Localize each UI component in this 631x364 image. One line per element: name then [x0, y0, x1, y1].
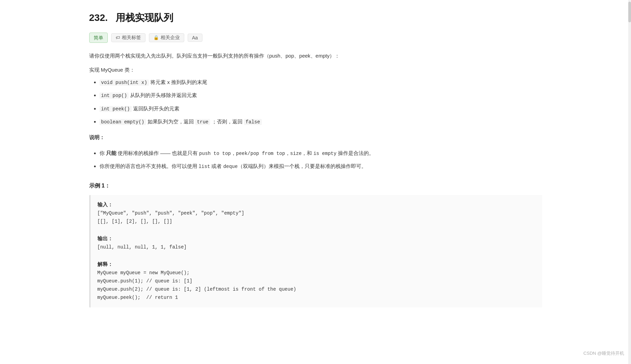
note-section: 说明：	[89, 133, 542, 142]
list-item: int peek() 返回队列开头的元素	[100, 104, 542, 113]
list-item: boolean empty() 如果队列为空，返回 true ；否则，返回 fa…	[100, 117, 542, 126]
example-title: 示例 1：	[89, 181, 542, 190]
method-desc-1: 将元素 x 推到队列的末尾	[150, 79, 207, 85]
page-title: 232. 用栈实现队列	[89, 10, 542, 26]
method-desc-2: 从队列的开头移除并返回元素	[130, 92, 197, 98]
related-companies-button[interactable]: 🔒 相关企业	[149, 33, 184, 42]
method-desc-3: 返回队列开头的元素	[133, 106, 179, 111]
method-code-4: boolean empty()	[100, 119, 146, 125]
lock-icon: 🔒	[153, 35, 159, 40]
method-code-3: int peek()	[100, 106, 132, 112]
note-title: 说明：	[89, 134, 105, 140]
input-line1: ["MyQueue", "push", "push", "peek", "pop…	[97, 209, 535, 218]
title-number: 232.	[89, 12, 108, 23]
related-tags-button[interactable]: 🏷 相关标签	[111, 33, 145, 42]
description: 请你仅使用两个栈实现先入先出队列。队列应当支持一般队列支持的所有操作（push、…	[89, 51, 542, 60]
list-item: void push(int x) 将元素 x 推到队列的末尾	[100, 77, 542, 87]
explain-line-4: myQueue.peek(); // return 1	[97, 294, 535, 302]
difficulty-tag[interactable]: 简单	[89, 33, 108, 43]
implement-label: 实现 MyQueue 类：	[89, 66, 542, 74]
output-line: [null, null, null, 1, 1, false]	[97, 243, 535, 252]
explain-line-1: MyQueue myQueue = new MyQueue();	[97, 269, 535, 277]
method-code-2: int pop()	[100, 93, 129, 99]
explain-label: 解释：	[97, 260, 535, 268]
scrollbar[interactable]	[628, 0, 631, 328]
notes-list: 你 只能 使用标准的栈操作 —— 也就是只有 push to top，peek/…	[89, 148, 542, 171]
tag-row: 简单 🏷 相关标签 🔒 相关企业 Aa	[89, 33, 542, 43]
method-code-1: void push(int x)	[100, 80, 149, 86]
title-text: 用栈实现队列	[116, 12, 173, 23]
note-item-2: 你所使用的语言也许不支持栈。你可以使用 list 或者 deque（双端队列）来…	[100, 161, 542, 171]
list-item: int pop() 从队列的开头移除并返回元素	[100, 90, 542, 100]
methods-list: void push(int x) 将元素 x 推到队列的末尾 int pop()…	[89, 77, 542, 126]
example-box: 输入： ["MyQueue", "push", "push", "peek", …	[89, 195, 542, 307]
font-label: Aa	[192, 35, 198, 40]
example-section: 示例 1： 输入： ["MyQueue", "push", "push", "p…	[89, 181, 542, 307]
related-companies-label: 相关企业	[161, 35, 180, 41]
note-item-1: 你 只能 使用标准的栈操作 —— 也就是只有 push to top，peek/…	[100, 148, 542, 158]
output-label: 输出：	[97, 234, 535, 243]
font-button[interactable]: Aa	[188, 34, 202, 42]
scrollbar-thumb[interactable]	[628, 2, 631, 22]
input-label: 输入：	[97, 201, 535, 209]
tag-icon: 🏷	[116, 35, 120, 40]
input-line2: [[], [1], [2], [], [], []]	[97, 218, 535, 226]
method-desc-4: 如果队列为空，返回 true ；否则，返回 false	[148, 119, 262, 124]
explain-line-2: myQueue.push(1); // queue is: [1]	[97, 277, 535, 286]
related-tags-label: 相关标签	[122, 35, 141, 41]
page-container: 232. 用栈实现队列 简单 🏷 相关标签 🔒 相关企业 Aa 请你仅使用两个栈…	[75, 0, 556, 328]
explain-line-3: myQueue.push(2); // queue is: [1, 2] (le…	[97, 286, 535, 294]
